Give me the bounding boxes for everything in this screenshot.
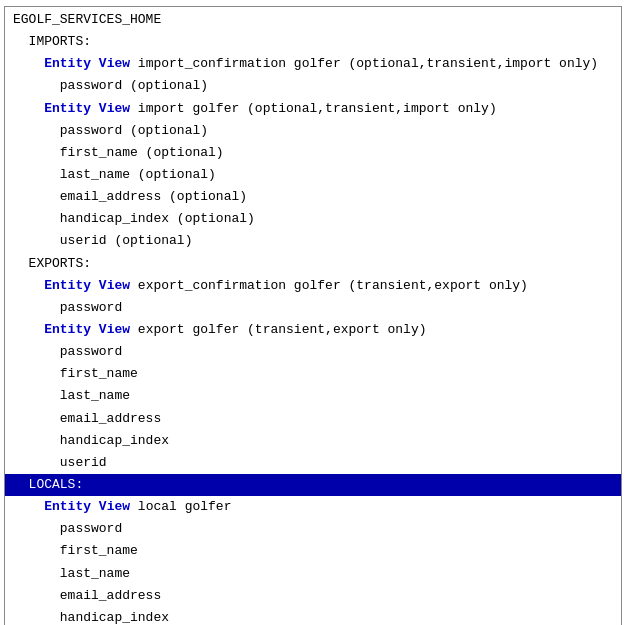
local-golfer: Entity View local golfer [5,496,621,518]
import-golfer-last-name: last_name (optional) [5,164,621,186]
import-golfer-handicap: handicap_index (optional) [5,208,621,230]
export-golfer-last: last_name [5,385,621,407]
imports-label: IMPORTS: [5,31,621,53]
exports-label: EXPORTS: [5,253,621,275]
main-block: EGOLF_SERVICES_HOME IMPORTS: Entity View… [4,6,622,625]
import-golfer: Entity View import golfer (optional,tran… [5,98,621,120]
import-conf-password: password (optional) [5,75,621,97]
import-golfer-password: password (optional) [5,120,621,142]
local-first: first_name [5,540,621,562]
import-golfer-email: email_address (optional) [5,186,621,208]
export-golfer-userid: userid [5,452,621,474]
export-golfer: Entity View export golfer (transient,exp… [5,319,621,341]
export-golfer-first: first_name [5,363,621,385]
local-email: email_address [5,585,621,607]
export-golfer-email: email_address [5,408,621,430]
locals-label: LOCALS: [5,474,621,496]
export-conf-password: password [5,297,621,319]
main-container: EGOLF_SERVICES_HOME IMPORTS: Entity View… [0,0,626,625]
local-password: password [5,518,621,540]
import-confirmation: Entity View import_confirmation golfer (… [5,53,621,75]
export-golfer-handicap: handicap_index [5,430,621,452]
home-title: EGOLF_SERVICES_HOME [5,9,621,31]
export-golfer-password: password [5,341,621,363]
local-handicap: handicap_index [5,607,621,625]
export-confirmation: Entity View export_confirmation golfer (… [5,275,621,297]
local-last: last_name [5,563,621,585]
import-golfer-userid: userid (optional) [5,230,621,252]
import-golfer-first-name: first_name (optional) [5,142,621,164]
